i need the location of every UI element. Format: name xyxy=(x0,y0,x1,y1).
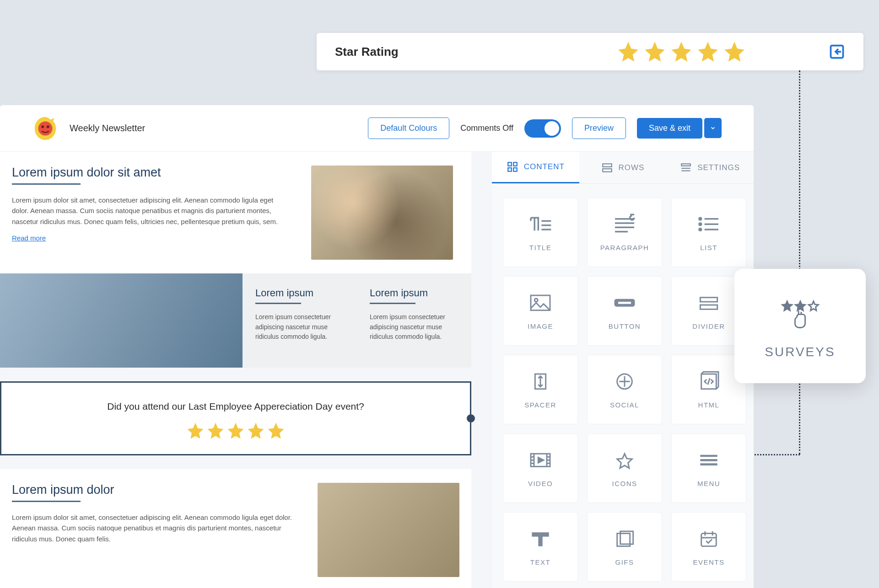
content-tile-icons[interactable]: ICONS xyxy=(587,433,662,503)
svg-rect-9 xyxy=(603,169,612,172)
star-icon[interactable] xyxy=(696,40,720,64)
tile-label: DIVIDER xyxy=(692,322,725,330)
svg-point-27 xyxy=(534,299,538,302)
gifs-icon xyxy=(612,528,637,550)
svg-rect-51 xyxy=(701,534,717,546)
tile-label: VIDEO xyxy=(528,480,553,487)
sidebar-tabs: CONTENT ROWS SETTINGS xyxy=(492,152,754,184)
svg-rect-5 xyxy=(513,162,517,166)
star-icon[interactable] xyxy=(266,421,286,440)
editor-window: Weekly Newsletter Default Colours Commen… xyxy=(0,105,754,588)
tile-label: SOCIAL xyxy=(610,401,639,409)
star-rating-stars xyxy=(616,40,746,64)
star-icon[interactable] xyxy=(723,40,746,64)
svg-rect-29 xyxy=(618,302,631,304)
two-column-block[interactable]: Lorem ipsum Lorem ipsum consectetuer adi… xyxy=(0,273,471,368)
svg-rect-31 xyxy=(700,305,717,309)
svg-point-3 xyxy=(47,125,49,128)
image-icon xyxy=(528,292,553,314)
settings-icon xyxy=(680,162,692,174)
save-dropdown-button[interactable] xyxy=(704,118,722,138)
column-body: Lorem ipsum consectetuer adipiscing nasc… xyxy=(370,312,458,342)
content-tile-list[interactable]: LIST xyxy=(671,198,746,267)
content-tile-paragraph[interactable]: PARAGRAPH xyxy=(587,198,662,267)
editor-sidebar: CONTENT ROWS SETTINGS TITLEPARAGRAPHLIST… xyxy=(492,152,754,588)
preview-button[interactable]: Preview xyxy=(572,118,626,139)
svg-rect-30 xyxy=(700,298,717,302)
title-underline xyxy=(370,303,415,304)
svg-point-21 xyxy=(699,223,701,225)
star-rating-panel: Star Rating xyxy=(317,33,863,70)
button-icon xyxy=(612,292,637,314)
chevron-down-icon xyxy=(710,125,716,131)
save-exit-button[interactable]: Save & exit xyxy=(637,118,702,139)
content-tile-social[interactable]: SOCIAL xyxy=(587,355,662,424)
tile-label: BUTTON xyxy=(609,322,641,330)
svg-rect-6 xyxy=(508,168,512,171)
svg-rect-8 xyxy=(603,164,612,167)
survey-rating-block[interactable]: Did you attend our Last Employee Apperec… xyxy=(0,381,471,455)
content-tile-gifs[interactable]: GIFS xyxy=(587,512,662,582)
star-icon[interactable] xyxy=(616,40,640,64)
read-more-link[interactable]: Read more xyxy=(12,234,46,242)
star-icon[interactable] xyxy=(643,40,667,64)
video-icon xyxy=(528,449,553,471)
svg-point-20 xyxy=(699,218,701,220)
spacer-icon xyxy=(528,371,553,393)
article-block[interactable]: Lorem ipsum dolor Lorem ipsum dolor sit … xyxy=(0,469,471,588)
svg-rect-10 xyxy=(681,164,690,166)
article-title: Lorem ipsum dolor xyxy=(12,483,292,497)
comments-toggle[interactable] xyxy=(524,119,561,138)
text-icon xyxy=(528,528,553,550)
tile-label: TITLE xyxy=(529,244,551,251)
article-block[interactable]: Lorem ipsum dolor sit amet Lorem ipsum d… xyxy=(0,152,471,273)
events-icon xyxy=(696,528,722,550)
content-tile-text[interactable]: TEXT xyxy=(503,512,578,582)
social-icon xyxy=(612,371,637,393)
content-tile-spacer[interactable]: SPACER xyxy=(503,355,578,424)
menu-icon xyxy=(696,449,722,471)
collapse-panel-icon[interactable] xyxy=(829,43,845,60)
column-body: Lorem ipsum consectetuer adipiscing nasc… xyxy=(255,312,344,342)
content-tile-events[interactable]: EVENTS xyxy=(671,512,746,582)
tab-rows[interactable]: ROWS xyxy=(579,152,667,183)
article-title: Lorem ipsum dolor sit amet xyxy=(12,166,286,180)
column-title: Lorem ipsum xyxy=(255,287,344,299)
surveys-label: SURVEYS xyxy=(765,345,835,359)
column-title: Lorem ipsum xyxy=(370,287,458,299)
content-tile-menu[interactable]: MENU xyxy=(671,433,746,503)
title-underline xyxy=(12,501,81,502)
content-tile-button[interactable]: BUTTON xyxy=(587,276,662,346)
article-body: Lorem ipsum dolor sit amet, consectetuer… xyxy=(12,195,286,227)
star-icon[interactable] xyxy=(226,421,245,440)
tab-content[interactable]: CONTENT xyxy=(492,152,579,183)
tile-label: ICONS xyxy=(612,480,637,487)
svg-point-1 xyxy=(38,121,53,135)
editor-header: Weekly Newsletter Default Colours Commen… xyxy=(0,105,754,152)
star-icon[interactable] xyxy=(206,421,225,440)
default-colours-button[interactable]: Default Colours xyxy=(368,118,449,139)
tile-label: HTML xyxy=(698,401,720,409)
newsletter-title: Weekly Newsletter xyxy=(70,123,368,134)
list-icon xyxy=(696,214,722,235)
tab-settings[interactable]: SETTINGS xyxy=(666,152,754,183)
star-icon[interactable] xyxy=(246,421,265,440)
article-image[interactable] xyxy=(318,483,459,577)
content-tile-video[interactable]: VIDEO xyxy=(503,433,578,503)
content-tile-image[interactable]: IMAGE xyxy=(503,276,578,346)
tab-label: CONTENT xyxy=(524,162,565,171)
content-tile-grid: TITLEPARAGRAPHLISTIMAGEBUTTONDIVIDERSPAC… xyxy=(492,184,754,588)
article-image[interactable] xyxy=(311,166,453,260)
svg-rect-7 xyxy=(513,168,517,171)
section-image[interactable] xyxy=(0,273,243,368)
brand-logo-icon xyxy=(32,115,59,142)
star-rating-label: Star Rating xyxy=(335,45,616,59)
content-tile-title[interactable]: TITLE xyxy=(503,198,578,267)
star-icon[interactable] xyxy=(186,421,205,440)
surveys-callout-card[interactable]: SURVEYS xyxy=(734,269,866,383)
survey-stars xyxy=(11,421,461,440)
star-icon[interactable] xyxy=(669,40,693,64)
title-underline xyxy=(255,303,301,304)
block-resize-handle[interactable] xyxy=(467,414,475,422)
tile-label: IMAGE xyxy=(528,322,553,330)
